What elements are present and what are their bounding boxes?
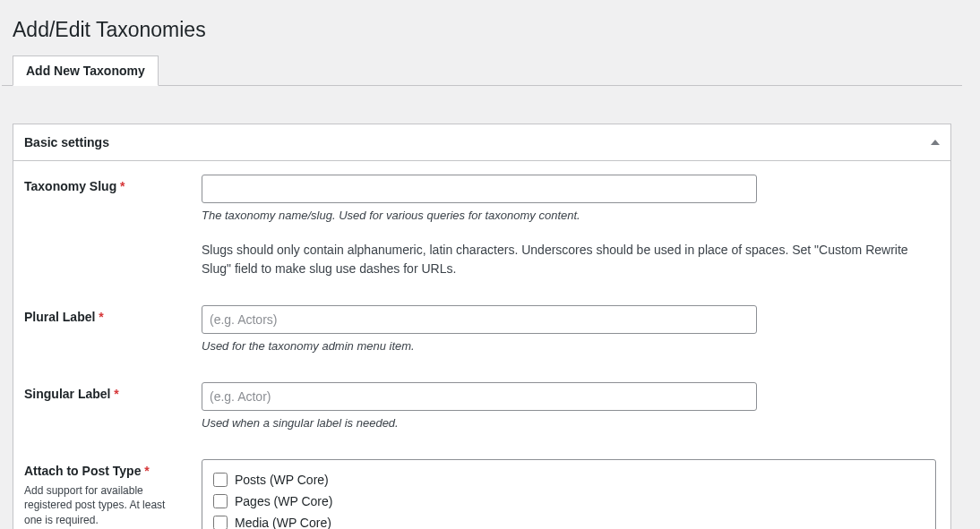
panel-title: Basic settings <box>24 124 109 160</box>
required-marker: * <box>99 310 103 324</box>
required-marker: * <box>120 179 125 193</box>
checkbox-media-label[interactable]: Media (WP Core) <box>235 516 331 529</box>
singular-label-input[interactable] <box>202 382 757 411</box>
checkbox-row-posts: Posts (WP Core) <box>213 469 924 491</box>
attach-sublabel: Add support for available registered pos… <box>24 483 184 528</box>
checkbox-row-media: Media (WP Core) <box>213 512 924 529</box>
panel-header[interactable]: Basic settings <box>13 124 950 161</box>
taxonomy-slug-description: The taxonomy name/slug. Used for various… <box>202 207 940 225</box>
checkbox-pages[interactable] <box>213 494 228 508</box>
plural-label-label: Plural Label <box>24 310 95 324</box>
plural-label-description: Used for the taxonomy admin menu item. <box>202 337 940 355</box>
taxonomy-slug-extra: Slugs should only contain alphanumeric, … <box>202 241 940 278</box>
taxonomy-slug-label: Taxonomy Slug <box>24 179 116 193</box>
required-marker: * <box>144 464 149 478</box>
singular-label-description: Used when a singular label is needed. <box>202 414 940 432</box>
page-title: Add/Edit Taxonomies <box>2 9 962 47</box>
checkbox-posts[interactable] <box>213 473 228 487</box>
checkbox-media[interactable] <box>213 516 228 529</box>
tab-wrapper: Add New Taxonomy <box>2 47 962 86</box>
singular-label-label: Singular Label <box>24 387 110 401</box>
chevron-up-icon[interactable] <box>931 140 940 145</box>
tab-add-new-taxonomy[interactable]: Add New Taxonomy <box>13 55 159 86</box>
checkbox-row-pages: Pages (WP Core) <box>213 491 924 512</box>
required-marker: * <box>114 387 118 401</box>
plural-label-input[interactable] <box>202 305 757 334</box>
taxonomy-slug-input[interactable] <box>202 175 757 203</box>
attach-post-type-container: Posts (WP Core) Pages (WP Core) Media (W… <box>202 459 936 529</box>
basic-settings-panel: Basic settings Taxonomy Slug * The taxon… <box>13 124 951 529</box>
checkbox-pages-label[interactable]: Pages (WP Core) <box>235 494 332 508</box>
attach-label: Attach to Post Type <box>24 464 141 478</box>
checkbox-posts-label[interactable]: Posts (WP Core) <box>235 473 329 487</box>
